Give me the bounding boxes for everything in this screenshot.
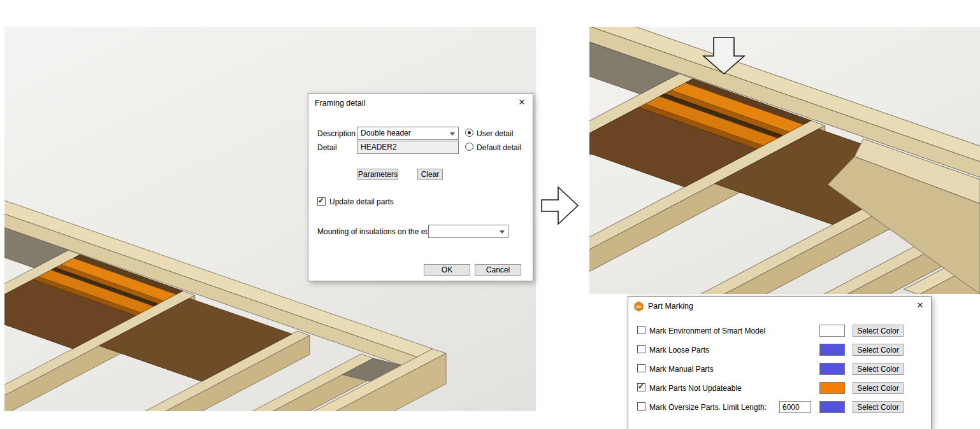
color-swatch (819, 401, 845, 413)
detail-label: Detail (317, 143, 337, 152)
floor-framing-graphic-right (589, 27, 980, 294)
bd-logo-icon: BD (633, 301, 644, 312)
description-value: Double header (361, 129, 411, 137)
svg-text:BD: BD (636, 305, 642, 309)
detail-value: HEADER2 (361, 143, 397, 151)
mark-parts-not-updateable-label: Mark Parts Not Updateable (649, 384, 742, 393)
framing-detail-dialog: Framing detail ✕ Description Double head… (308, 93, 533, 281)
close-icon[interactable]: ✕ (515, 96, 529, 109)
update-detail-parts-label: Update detail parts (329, 197, 394, 206)
part-marking-titlebar[interactable]: BD Part Marking ✕ (628, 297, 931, 316)
mark-environment-label: Mark Environment of Smart Model (649, 327, 765, 335)
mounting-combobox[interactable] (428, 225, 508, 238)
mark-oversize-parts-checkbox[interactable] (637, 402, 645, 411)
mark-loose-parts-label: Mark Loose Parts (649, 346, 709, 355)
transform-arrow-icon (541, 186, 579, 225)
select-color-button[interactable]: Select Color (853, 401, 904, 413)
update-detail-parts-checkbox[interactable] (317, 197, 326, 206)
detail-field[interactable]: HEADER2 (357, 141, 459, 154)
dialog-title: Part Marking (648, 302, 693, 311)
default-detail-label: Default detail (477, 143, 521, 152)
select-color-button[interactable]: Select Color (853, 382, 904, 394)
mark-manual-parts-label: Mark Manual Parts (649, 365, 714, 374)
mounting-label: Mounting of insulations on the edge (317, 227, 438, 236)
color-swatch (819, 382, 845, 394)
part-marking-dialog: BD Part Marking ✕ Mark Environment of Sm… (628, 296, 932, 429)
mark-loose-parts-checkbox[interactable] (637, 345, 645, 353)
description-label: Description (317, 129, 356, 138)
callout-arrow-down-icon (701, 37, 747, 75)
select-color-button[interactable]: Select Color (853, 363, 904, 375)
mark-parts-not-updateable-checkbox[interactable] (637, 383, 645, 391)
close-icon[interactable]: ✕ (913, 299, 927, 312)
parameters-button[interactable]: Parameters (357, 169, 398, 180)
default-detail-radio[interactable] (465, 143, 473, 151)
description-combobox[interactable]: Double header (357, 127, 459, 140)
user-detail-radio[interactable] (465, 129, 473, 137)
chevron-down-icon (450, 132, 455, 136)
user-detail-label: User detail (477, 129, 513, 138)
limit-length-input[interactable] (779, 401, 811, 413)
framing-detail-titlebar[interactable]: Framing detail ✕ (308, 94, 533, 113)
mark-environment-checkbox[interactable] (637, 326, 645, 334)
mark-oversize-parts-label: Mark Oversize Parts. Limit Length: (649, 403, 767, 412)
select-color-button[interactable]: Select Color (853, 344, 904, 356)
mark-manual-parts-checkbox[interactable] (637, 364, 645, 372)
chevron-down-icon (500, 230, 505, 234)
right-3d-viewport[interactable] (589, 27, 980, 294)
ok-button[interactable]: OK (424, 264, 470, 276)
select-color-button[interactable]: Select Color (853, 325, 904, 337)
cancel-button[interactable]: Cancel (475, 264, 521, 276)
dialog-title: Framing detail (315, 99, 365, 108)
clear-button[interactable]: Clear (417, 169, 443, 180)
color-swatch (819, 344, 845, 356)
color-swatch (819, 363, 845, 375)
color-swatch (819, 325, 845, 337)
